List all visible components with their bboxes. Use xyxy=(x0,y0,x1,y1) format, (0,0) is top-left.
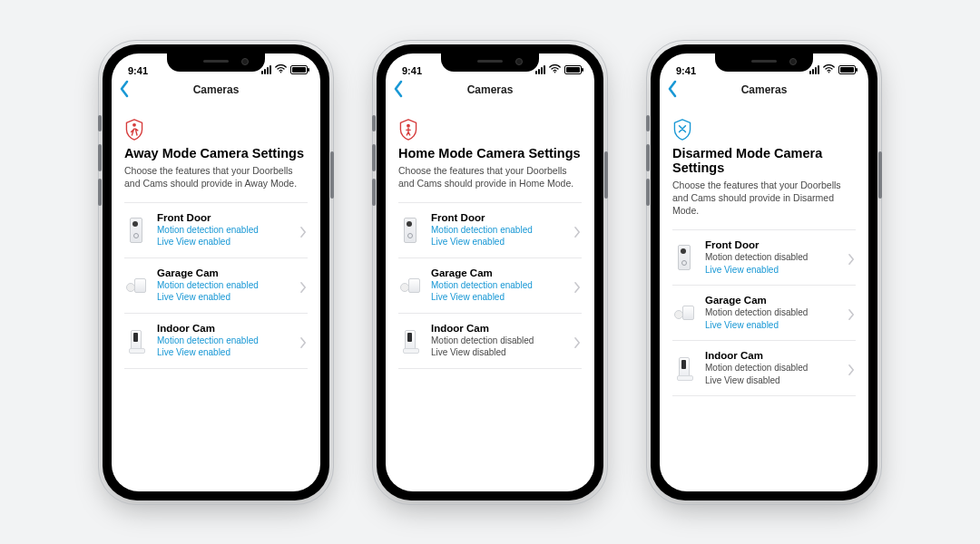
chevron-right-icon xyxy=(300,335,308,346)
silence-switch xyxy=(98,115,102,131)
device-info: Indoor CamMotion detection disabledLive … xyxy=(705,350,839,386)
chevron-right-icon xyxy=(300,225,308,236)
liveview-status: Live View enabled xyxy=(705,319,839,332)
chevron-right-icon xyxy=(848,363,856,374)
device-thumb xyxy=(672,298,696,327)
volume-down-button xyxy=(98,179,102,206)
lock-button xyxy=(330,151,334,199)
liveview-status: Live View enabled xyxy=(431,291,565,304)
device-row[interactable]: Indoor CamMotion detection disabledLive … xyxy=(398,314,582,369)
svg-point-1 xyxy=(132,122,136,126)
disarmed-mode-icon xyxy=(672,119,691,137)
page-title: Away Mode Camera Settings xyxy=(124,146,308,160)
motion-status: Motion detection disabled xyxy=(431,335,565,347)
wifi-icon xyxy=(275,64,287,75)
device-name: Indoor Cam xyxy=(157,323,291,334)
cellular-signal-icon xyxy=(261,65,271,74)
device-name: Front Door xyxy=(705,239,839,250)
device-list: Front DoorMotion detection enabledLive V… xyxy=(398,202,582,369)
device-row[interactable]: Garage CamMotion detection enabledLive V… xyxy=(398,258,582,314)
stage: 9:41CamerasAway Mode Camera SettingsChoo… xyxy=(0,0,980,544)
back-button[interactable] xyxy=(667,80,687,100)
chevron-right-icon xyxy=(300,280,308,291)
liveview-status: Live View enabled xyxy=(431,236,565,248)
battery-icon xyxy=(564,65,582,74)
page-title: Home Mode Camera Settings xyxy=(398,146,582,160)
back-button[interactable] xyxy=(119,80,139,100)
device-thumb xyxy=(398,216,422,245)
liveview-status: Live View enabled xyxy=(157,236,291,248)
motion-status: Motion detection enabled xyxy=(157,335,291,347)
chevron-right-icon xyxy=(574,225,582,236)
motion-status: Motion detection disabled xyxy=(705,362,839,374)
device-thumb xyxy=(124,271,148,300)
device-row[interactable]: Garage CamMotion detection disabledLive … xyxy=(672,286,856,341)
content: Disarmed Mode Camera SettingsChoose the … xyxy=(660,102,868,397)
lock-button xyxy=(604,151,608,199)
liveview-status: Live View disabled xyxy=(705,374,839,387)
status-time: 9:41 xyxy=(402,65,422,77)
device-name: Garage Cam xyxy=(157,267,291,278)
screen: 9:41CamerasHome Mode Camera SettingsChoo… xyxy=(386,53,594,491)
nav-title: Cameras xyxy=(467,83,514,96)
page-subtitle: Choose the features that your Doorbells … xyxy=(398,164,582,189)
liveview-status: Live View enabled xyxy=(157,291,291,304)
content: Home Mode Camera SettingsChoose the feat… xyxy=(386,102,594,369)
svg-point-0 xyxy=(280,71,282,73)
svg-point-3 xyxy=(407,123,410,127)
page-title: Disarmed Mode Camera Settings xyxy=(672,146,856,175)
volume-down-button xyxy=(372,179,376,206)
device-info: Garage CamMotion detection enabledLive V… xyxy=(157,267,291,304)
page-subtitle: Choose the features that your Doorbells … xyxy=(124,164,308,189)
device-name: Garage Cam xyxy=(431,267,565,278)
motion-status: Motion detection enabled xyxy=(157,224,291,237)
device-row[interactable]: Front DoorMotion detection enabledLive V… xyxy=(398,203,582,258)
silence-switch xyxy=(646,115,650,131)
device-row[interactable]: Garage CamMotion detection enabledLive V… xyxy=(124,258,308,314)
device-name: Front Door xyxy=(157,212,291,223)
device-info: Indoor CamMotion detection enabledLive V… xyxy=(157,323,291,359)
chevron-right-icon xyxy=(574,280,582,291)
device-info: Garage CamMotion detection enabledLive V… xyxy=(431,267,565,304)
device-info: Front DoorMotion detection enabledLive V… xyxy=(157,212,291,248)
svg-point-4 xyxy=(828,71,830,73)
device-row[interactable]: Indoor CamMotion detection disabledLive … xyxy=(672,341,856,396)
silence-switch xyxy=(372,115,376,131)
battery-icon xyxy=(290,65,308,74)
device-info: Garage CamMotion detection disabledLive … xyxy=(705,295,839,331)
device-thumb xyxy=(124,216,148,245)
motion-status: Motion detection enabled xyxy=(157,279,291,292)
chevron-right-icon xyxy=(848,252,856,263)
back-button[interactable] xyxy=(393,80,413,100)
phone-frame: 9:41CamerasAway Mode Camera SettingsChoo… xyxy=(103,44,329,500)
screen: 9:41CamerasAway Mode Camera SettingsChoo… xyxy=(112,53,320,491)
phone-frame: 9:41CamerasHome Mode Camera SettingsChoo… xyxy=(377,44,603,500)
device-row[interactable]: Front DoorMotion detection disabledLive … xyxy=(672,230,856,286)
device-name: Front Door xyxy=(431,212,565,223)
volume-up-button xyxy=(372,144,376,171)
device-thumb xyxy=(672,354,696,383)
motion-status: Motion detection disabled xyxy=(705,251,839,264)
wifi-icon xyxy=(823,64,835,75)
motion-status: Motion detection disabled xyxy=(705,306,839,319)
device-name: Indoor Cam xyxy=(431,323,565,334)
device-row[interactable]: Indoor CamMotion detection enabledLive V… xyxy=(124,314,308,369)
device-thumb xyxy=(398,326,422,355)
screen: 9:41CamerasDisarmed Mode Camera Settings… xyxy=(660,53,868,491)
wifi-icon xyxy=(549,64,561,75)
motion-status: Motion detection enabled xyxy=(431,279,565,292)
battery-icon xyxy=(838,65,856,74)
status-time: 9:41 xyxy=(128,65,148,77)
phone-frame: 9:41CamerasDisarmed Mode Camera Settings… xyxy=(651,44,877,500)
content: Away Mode Camera SettingsChoose the feat… xyxy=(112,102,320,369)
device-name: Garage Cam xyxy=(705,295,839,306)
device-list: Front DoorMotion detection enabledLive V… xyxy=(124,202,308,369)
nav-bar: Cameras xyxy=(660,77,868,102)
svg-point-2 xyxy=(554,71,556,73)
chevron-right-icon xyxy=(574,335,582,346)
device-row[interactable]: Front DoorMotion detection enabledLive V… xyxy=(124,203,308,258)
device-info: Front DoorMotion detection enabledLive V… xyxy=(431,212,565,248)
device-name: Indoor Cam xyxy=(705,350,839,361)
notch xyxy=(167,53,265,72)
device-list: Front DoorMotion detection disabledLive … xyxy=(672,229,856,396)
